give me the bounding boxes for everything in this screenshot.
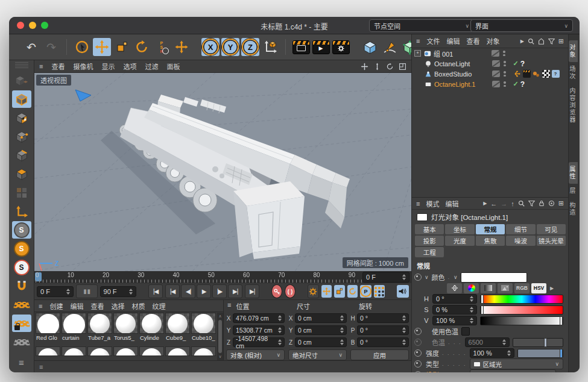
slider-handle[interactable] [560,349,563,358]
slider-handle[interactable] [481,295,484,304]
material-item[interactable]: Red Glo [36,313,60,345]
current-frame-field[interactable]: 0 F [362,272,409,283]
start-frame-field[interactable]: 0 F [37,286,74,297]
material-item[interactable] [165,346,190,356]
filter-icon[interactable] [528,200,535,207]
rgb-mode-button[interactable]: RGB [514,283,530,293]
hue-slider[interactable] [480,295,563,304]
menu-display[interactable]: 显示 [101,61,115,71]
menu-options[interactable]: 选项 [123,61,136,71]
rotate-tool[interactable] [133,38,151,56]
enabled-check-icon[interactable]: ✓ [513,60,519,67]
y-axis-lock-button[interactable]: Y [221,38,239,56]
x-axis-lock-button[interactable]: X [201,38,220,56]
object-row-light-selected[interactable]: OctaneLight.1 ✓ ? [412,79,568,89]
material-item[interactable] [36,346,60,356]
object-row-group[interactable]: + 组 001 [412,48,568,58]
pan-view-icon[interactable] [361,63,368,70]
spinner[interactable] [400,327,406,333]
spinner[interactable] [338,327,344,333]
animate-dot-icon[interactable] [414,371,422,372]
visibility-toggle[interactable] [492,81,500,87]
image-picker-button[interactable] [498,283,513,293]
polygon-mode-button[interactable] [12,165,31,183]
light-type-dropdown[interactable]: 区域光 ∨ [470,359,563,369]
keyframe-selection-button[interactable] [308,284,319,298]
scroll-up-icon[interactable]: ∧ [218,314,221,319]
next-frame-button[interactable]: |▶ [212,284,227,298]
render-view-button[interactable] [292,38,310,56]
menu-edit[interactable]: 编辑 [445,199,458,208]
animate-dot-icon[interactable] [414,349,422,357]
xpresso-tag-icon[interactable] [513,70,521,78]
position-y-field[interactable]: 15308.77 cm [233,325,285,335]
goto-end-button[interactable]: ▶| [245,284,259,298]
lock-workplane-button[interactable] [12,315,31,332]
goto-start-button[interactable]: |◀ [148,284,163,298]
range-slider[interactable]: ▮ ▮ [76,284,98,298]
sound-toggle[interactable] [397,285,409,298]
hsv-mode-button[interactable]: HSV [531,283,546,293]
collapse-icon[interactable]: ∨ [454,274,458,280]
coords-menu-icon[interactable]: ≡ [227,301,231,311]
menu-camera[interactable]: 摄像机 [73,61,93,71]
flyout-arrow-icon[interactable]: ▶ [483,201,487,206]
enable-dots[interactable] [503,51,505,56]
undo-button[interactable]: ↶ [22,38,40,56]
spinner[interactable] [276,327,282,333]
material-item[interactable]: Cube10_ [191,313,216,345]
tab-shadow[interactable]: 投影 [415,236,444,246]
add-panel-icon[interactable]: ⊞ [558,37,564,45]
position-z-field[interactable]: -14507.498 cm [233,337,285,347]
zoom-view-icon[interactable] [373,63,381,70]
spectrum-button[interactable] [481,283,496,293]
last-tool-button[interactable] [172,38,191,56]
apply-button[interactable]: 应用 [350,349,409,360]
tab-photometric[interactable]: 光度 [445,236,474,246]
collapse-icon[interactable]: ∨ [425,274,429,280]
tab-coordinates[interactable]: 坐标 [445,224,474,234]
enabled-check-icon[interactable]: ✓ [513,80,519,88]
render-settings-button[interactable] [332,38,350,56]
tab-general[interactable]: 常规 [476,224,505,234]
plane-snap-button[interactable] [12,333,31,351]
key-scale-toggle[interactable] [334,285,344,298]
palette-grip[interactable] [15,62,28,69]
end-frame-field[interactable]: 90 F [100,286,137,297]
scrollbar-thumb[interactable] [218,320,222,353]
tab-details[interactable]: 细节 [506,224,535,234]
spinner[interactable] [276,315,282,321]
autokey-button[interactable]: ( ) [285,284,296,298]
menu-select[interactable]: 选择 [111,301,124,311]
visibility-toggle[interactable] [492,70,500,77]
animate-dot-icon[interactable] [414,360,422,368]
enable-dots[interactable] [504,81,506,87]
tab-content-browser[interactable]: 内容浏览器 [569,84,578,127]
animate-dot-icon[interactable] [414,328,422,335]
object-row-light[interactable]: OctaneLight ✓ ? [412,58,568,69]
make-editable-button[interactable] [12,72,31,89]
next-key-button[interactable]: ▶| [228,284,242,298]
tab-visibility[interactable]: 可见 [537,224,566,234]
live-selection-tool[interactable] [73,38,91,56]
redo-button[interactable]: ↷ [42,38,60,56]
scale-tool[interactable] [113,38,131,56]
spinner[interactable] [400,315,406,321]
menu-view[interactable]: 查看 [90,301,104,311]
animate-dot-icon[interactable] [414,339,422,346]
spline-pen-menu[interactable] [381,38,399,56]
attr-menu-icon[interactable]: ≡ [416,200,420,207]
menu-edit[interactable]: 编辑 [446,36,460,46]
edge-mode-button[interactable] [12,146,31,164]
tab-caustics[interactable]: 焦散 [476,236,505,246]
search-icon[interactable] [528,38,534,45]
intensity-slider[interactable] [517,349,563,358]
object-row-studio[interactable]: BoxedStudio ? [412,69,568,79]
unknown-tag-icon[interactable]: ? [520,80,525,89]
rotation-p-field[interactable]: 0 ° [357,325,409,335]
key-pla-toggle[interactable] [374,285,384,298]
spinner[interactable] [400,274,406,280]
material-item[interactable]: Tube7_a [87,313,112,345]
expand-icon[interactable]: + [414,50,421,57]
slider-handle[interactable] [544,338,547,347]
